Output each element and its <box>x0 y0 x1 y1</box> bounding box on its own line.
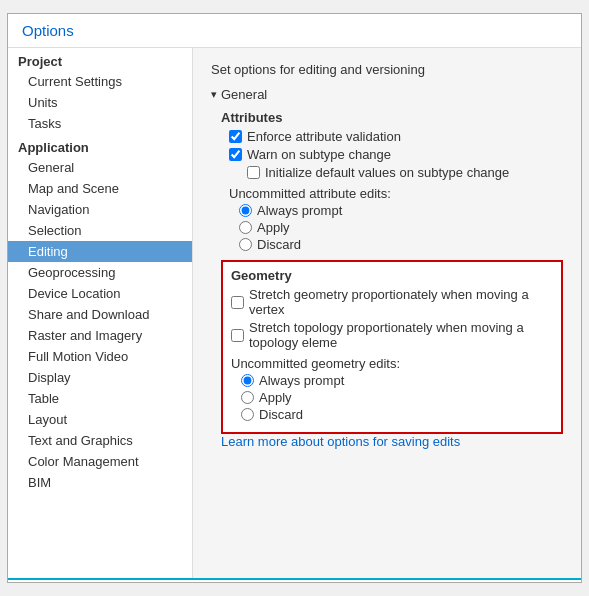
sidebar-item-geoprocessing[interactable]: Geoprocessing <box>8 262 192 283</box>
warn-on-subtype-label: Warn on subtype change <box>247 147 391 162</box>
init-default-values-checkbox[interactable] <box>247 166 260 179</box>
collapse-arrow-icon: ▾ <box>211 88 217 101</box>
general-section-label: General <box>221 87 267 102</box>
attr-discard-row: Discard <box>239 237 563 252</box>
sidebar-item-full-motion-video[interactable]: Full Motion Video <box>8 346 192 367</box>
sidebar-item-current-settings[interactable]: Current Settings <box>8 71 192 92</box>
content-area: Set options for editing and versioning ▾… <box>193 48 581 578</box>
dialog-title: Options <box>8 14 581 48</box>
uncommitted-attr-label: Uncommitted attribute edits: <box>229 186 563 201</box>
stretch-topology-label: Stretch topology proportionately when mo… <box>249 320 553 350</box>
geo-apply-radio[interactable] <box>241 391 254 404</box>
content-title: Set options for editing and versioning <box>211 62 563 77</box>
geo-apply-row: Apply <box>241 390 553 405</box>
attr-discard-label: Discard <box>257 237 301 252</box>
geo-discard-row: Discard <box>241 407 553 422</box>
sidebar-item-device-location[interactable]: Device Location <box>8 283 192 304</box>
sidebar-item-table[interactable]: Table <box>8 388 192 409</box>
dialog-body: Project Current Settings Units Tasks App… <box>8 48 581 578</box>
stretch-topology-checkbox[interactable] <box>231 329 244 342</box>
geometry-box: Geometry Stretch geometry proportionatel… <box>221 260 563 434</box>
sidebar-item-color-management[interactable]: Color Management <box>8 451 192 472</box>
enforce-validation-row: Enforce attribute validation <box>229 129 563 144</box>
stretch-proportionate-label: Stretch geometry proportionately when mo… <box>249 287 553 317</box>
enforce-validation-checkbox[interactable] <box>229 130 242 143</box>
stretch-topology-row: Stretch topology proportionately when mo… <box>231 320 553 350</box>
sidebar-item-display[interactable]: Display <box>8 367 192 388</box>
geo-discard-radio[interactable] <box>241 408 254 421</box>
sidebar-item-selection[interactable]: Selection <box>8 220 192 241</box>
attr-always-prompt-row: Always prompt <box>239 203 563 218</box>
sidebar-section-project: Project <box>8 48 192 71</box>
stretch-proportionate-row: Stretch geometry proportionately when mo… <box>231 287 553 317</box>
init-default-values-label: Initialize default values on subtype cha… <box>265 165 509 180</box>
warn-on-subtype-row: Warn on subtype change <box>229 147 563 162</box>
sidebar-section-application: Application <box>8 134 192 157</box>
learn-more-link[interactable]: Learn more about options for saving edit… <box>221 434 460 449</box>
sidebar-item-raster-and-imagery[interactable]: Raster and Imagery <box>8 325 192 346</box>
general-section-toggle[interactable]: ▾ General <box>211 87 563 102</box>
sidebar-item-general[interactable]: General <box>8 157 192 178</box>
bottom-accent-bar <box>8 578 581 582</box>
attr-discard-radio[interactable] <box>239 238 252 251</box>
stretch-proportionate-checkbox[interactable] <box>231 296 244 309</box>
enforce-validation-label: Enforce attribute validation <box>247 129 401 144</box>
attr-apply-radio[interactable] <box>239 221 252 234</box>
geo-always-prompt-row: Always prompt <box>241 373 553 388</box>
attr-always-prompt-radio[interactable] <box>239 204 252 217</box>
sidebar-item-tasks[interactable]: Tasks <box>8 113 192 134</box>
warn-on-subtype-checkbox[interactable] <box>229 148 242 161</box>
sidebar-item-layout[interactable]: Layout <box>8 409 192 430</box>
init-default-values-row: Initialize default values on subtype cha… <box>247 165 563 180</box>
uncommitted-geo-label: Uncommitted geometry edits: <box>231 356 553 371</box>
sidebar-item-map-and-scene[interactable]: Map and Scene <box>8 178 192 199</box>
sidebar-item-text-and-graphics[interactable]: Text and Graphics <box>8 430 192 451</box>
sidebar-item-editing[interactable]: Editing <box>8 241 192 262</box>
geo-discard-label: Discard <box>259 407 303 422</box>
attributes-label: Attributes <box>221 110 563 125</box>
geo-always-prompt-label: Always prompt <box>259 373 344 388</box>
options-dialog: Options Project Current Settings Units T… <box>7 13 582 583</box>
attr-apply-row: Apply <box>239 220 563 235</box>
sidebar-item-units[interactable]: Units <box>8 92 192 113</box>
geo-apply-label: Apply <box>259 390 292 405</box>
sidebar-item-share-and-download[interactable]: Share and Download <box>8 304 192 325</box>
attr-apply-label: Apply <box>257 220 290 235</box>
geo-always-prompt-radio[interactable] <box>241 374 254 387</box>
sidebar-item-bim[interactable]: BIM <box>8 472 192 493</box>
geometry-section-title: Geometry <box>231 268 553 283</box>
sidebar: Project Current Settings Units Tasks App… <box>8 48 193 578</box>
attr-always-prompt-label: Always prompt <box>257 203 342 218</box>
sidebar-item-navigation[interactable]: Navigation <box>8 199 192 220</box>
